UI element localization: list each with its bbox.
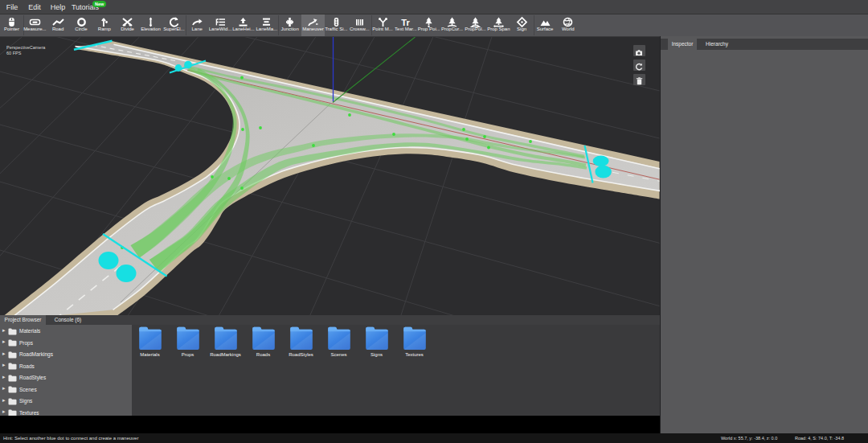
svg-text:Tr: Tr bbox=[402, 18, 411, 27]
